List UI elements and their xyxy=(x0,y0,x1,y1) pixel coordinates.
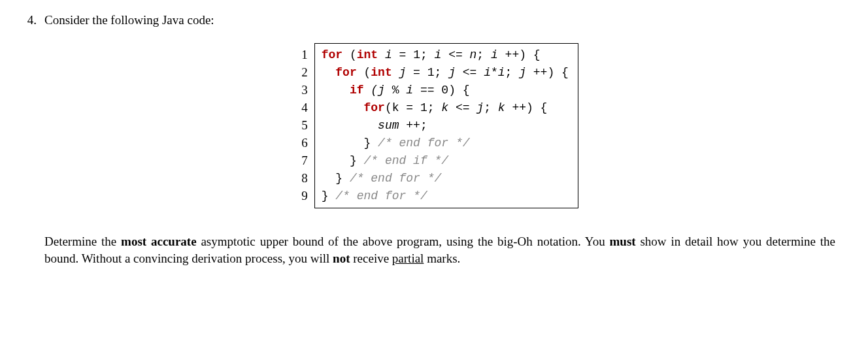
line-number: 7 xyxy=(301,152,308,169)
line-number: 9 xyxy=(301,187,308,204)
line-number: 8 xyxy=(301,169,308,187)
code-line: } /* end if */ xyxy=(322,152,569,170)
underline-text: partial xyxy=(392,251,424,265)
line-number: 3 xyxy=(301,81,308,99)
intro-text: Consider the following Java code: xyxy=(44,13,835,27)
bold-text: must xyxy=(610,235,636,248)
code-line: } /* end for */ xyxy=(322,135,569,152)
code-line: } /* end for */ xyxy=(322,187,569,205)
text: Determine the xyxy=(44,235,121,248)
problem-container: 4. Consider the following Java code: 1 2… xyxy=(20,13,835,267)
code-line: if (j % i == 0) { xyxy=(322,82,569,99)
line-number: 6 xyxy=(301,134,308,152)
line-numbers: 1 2 3 4 5 6 7 8 9 xyxy=(301,43,314,207)
line-number: 1 xyxy=(301,46,308,63)
code-line: for (int j = 1; j <= i*i; j ++) { xyxy=(322,64,569,82)
code-line: for (int i = 1; i <= n; i ++) { xyxy=(322,46,569,64)
bold-text: most accurate xyxy=(121,235,197,248)
line-number: 2 xyxy=(301,63,308,81)
code-line: for(k = 1; k <= j; k ++) { xyxy=(322,99,569,117)
problem-number: 4. xyxy=(20,13,44,27)
question-text: Determine the most accurate asymptotic u… xyxy=(44,233,835,267)
text: marks. xyxy=(424,251,460,265)
problem-content: Consider the following Java code: 1 2 3 … xyxy=(44,13,835,267)
text: receive xyxy=(350,251,392,265)
code-block: 1 2 3 4 5 6 7 8 9 for (int i = 1; i <= n… xyxy=(301,43,578,208)
bold-text: not xyxy=(333,251,350,265)
line-number: 5 xyxy=(301,116,308,134)
code-block-wrapper: 1 2 3 4 5 6 7 8 9 for (int i = 1; i <= n… xyxy=(44,43,835,208)
text: asymptotic upper bound of the above prog… xyxy=(197,235,610,248)
code-box: for (int i = 1; i <= n; i ++) { for (int… xyxy=(314,43,578,208)
code-line: sum ++; xyxy=(322,117,569,135)
code-line: } /* end for */ xyxy=(322,170,569,187)
line-number: 4 xyxy=(301,99,308,116)
